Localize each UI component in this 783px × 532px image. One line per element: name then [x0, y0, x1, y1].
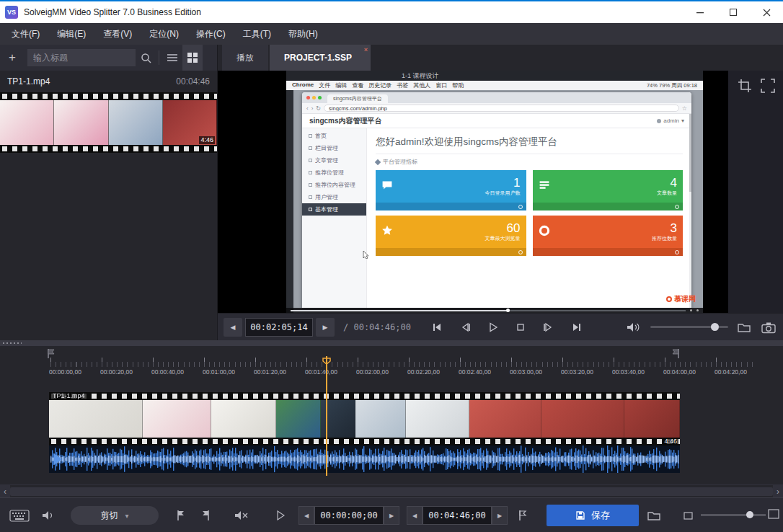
time-step-forward-button[interactable]: ▶ [316, 318, 335, 337]
scroll-left-button[interactable]: ‹ [0, 485, 10, 498]
forward-icon: › [311, 105, 314, 112]
keyboard-shortcuts-icon[interactable] [6, 507, 33, 524]
more-icon[interactable] [518, 250, 523, 254]
timeline-thumbnail[interactable] [469, 400, 541, 438]
timeline-thumbnail[interactable] [211, 400, 276, 438]
tab-playback[interactable]: 播放 [222, 45, 268, 71]
menu-item[interactable]: 帮助(H) [280, 23, 327, 45]
progress-knob[interactable] [506, 309, 510, 312]
browser-scrollbar[interactable] [689, 114, 691, 308]
save-button[interactable]: 保存 [547, 505, 639, 526]
panel-splitter[interactable] [0, 340, 783, 346]
timeline-thumbnail[interactable] [49, 400, 143, 438]
cms-sidebar-item[interactable]: 推荐位管理 [302, 167, 366, 179]
add-end-marker-icon[interactable] [196, 506, 215, 525]
close-button[interactable] [750, 1, 783, 23]
play-icon[interactable] [483, 318, 503, 337]
media-item-row[interactable]: TP1-1.mp4 00:04:46 [0, 72, 217, 91]
snapshot-camera-icon[interactable] [758, 318, 779, 337]
maximize-button[interactable] [717, 1, 750, 23]
clip-filmstrip[interactable]: 4:46 [0, 92, 217, 153]
tab-project[interactable]: PROJECT-1.SSP × [270, 45, 371, 71]
playhead[interactable] [326, 356, 327, 476]
timeline-hscrollbar[interactable]: ‹ › [0, 484, 783, 497]
menu-item[interactable]: 定位(N) [141, 23, 187, 45]
menu-item[interactable]: 工具(T) [234, 23, 280, 45]
cut-mode-dropdown[interactable]: 剪切 ▾ [71, 506, 159, 525]
more-icon[interactable] [675, 205, 679, 209]
tab-close-icon[interactable]: × [364, 46, 368, 53]
marker-icon[interactable] [513, 506, 532, 525]
volume-icon[interactable] [623, 318, 643, 337]
ruler-label: 00:01:00,00 [203, 368, 235, 376]
menu-item[interactable]: 查看(V) [94, 23, 141, 45]
current-time-field[interactable]: 00:02:05;14 [245, 318, 313, 337]
audio-tracks-icon[interactable] [37, 507, 58, 524]
zoom-out-thumbnails-icon[interactable] [682, 510, 694, 521]
mute-fragment-icon[interactable] [231, 506, 252, 525]
titlebar[interactable]: VS SolveigMM Video Splitter 7.0 Business… [0, 1, 783, 23]
cms-sidebar-item[interactable]: 推荐位内容管理 [302, 179, 366, 191]
thumbnail-zoom-slider[interactable] [701, 514, 766, 516]
frame-forward-icon[interactable] [538, 318, 558, 337]
scroll-right-button[interactable]: › [773, 485, 783, 498]
time-step-back-button[interactable]: ◀ [224, 318, 242, 337]
volume-slider[interactable] [650, 326, 728, 328]
more-icon[interactable] [675, 250, 679, 254]
progress-track[interactable] [291, 310, 686, 311]
playhead-handle[interactable] [322, 355, 331, 368]
timeline[interactable]: 00:00:00,0000:00:20,0000:00:40,0000:01:0… [0, 346, 783, 484]
thumbnail[interactable] [109, 100, 163, 145]
start-time-decrement-button[interactable]: ◀ [298, 506, 314, 525]
play-fragment-icon[interactable] [273, 506, 288, 525]
menu-item[interactable]: 编辑(E) [48, 23, 94, 45]
timeline-thumbnail[interactable] [406, 400, 469, 438]
timeline-thumbnail[interactable] [541, 400, 624, 438]
more-icon[interactable] [518, 205, 523, 209]
minimize-button[interactable] [684, 1, 717, 23]
end-time-field[interactable]: 00:04:46;00 [423, 506, 492, 525]
zoom-knob[interactable] [746, 511, 753, 518]
cms-sidebar-item[interactable]: 首页 [302, 130, 366, 142]
cms-sidebar-item[interactable]: 文章管理 [302, 154, 366, 167]
crop-icon[interactable] [737, 78, 753, 94]
zoom-in-thumbnails-icon[interactable] [767, 507, 780, 520]
hscroll-thumb[interactable] [10, 487, 773, 496]
open-folder-icon[interactable] [734, 318, 754, 337]
thumbnail[interactable] [0, 100, 54, 145]
timeline-thumbnail[interactable] [276, 400, 321, 438]
timeline-thumbnail[interactable] [143, 400, 211, 438]
timeline-thumbnail[interactable] [355, 400, 406, 438]
next-keyframe-icon[interactable] [567, 318, 587, 337]
video-preview[interactable]: 1-1 课程设计 Chrome文件编辑查看历史记录书签其他人窗口帮助 74% 7… [218, 71, 783, 313]
stat-card[interactable]: 3推荐位数量 [533, 216, 684, 256]
start-time-increment-button[interactable]: ▶ [384, 506, 399, 525]
menu-item[interactable]: 文件(F) [3, 23, 48, 45]
stat-card[interactable]: 4文章数量 [533, 170, 684, 210]
audio-waveform[interactable] [49, 445, 680, 473]
cms-sidebar-item[interactable]: 用户管理 [302, 191, 366, 203]
output-folder-icon[interactable] [643, 506, 665, 525]
start-time-field[interactable]: 00:00:00;00 [314, 506, 384, 525]
cms-sidebar-item[interactable]: 基本管理 [302, 203, 366, 216]
previous-keyframe-icon[interactable] [427, 318, 447, 337]
end-time-increment-button[interactable]: ▶ [492, 506, 508, 525]
grid-view-button[interactable] [182, 45, 203, 71]
fullscreen-icon[interactable] [760, 78, 776, 94]
stop-icon[interactable] [510, 318, 531, 337]
cms-sidebar-item[interactable]: 栏目管理 [302, 142, 366, 154]
add-start-marker-icon[interactable] [172, 506, 190, 525]
stat-card[interactable]: 60文章最大浏览量 [376, 216, 526, 256]
search-button[interactable] [136, 45, 156, 71]
menu-item[interactable]: 操作(C) [187, 23, 234, 45]
add-media-button[interactable]: + [0, 50, 25, 65]
list-view-button[interactable] [162, 45, 182, 71]
thumbnail[interactable] [54, 100, 108, 145]
end-time-decrement-button[interactable]: ◀ [407, 506, 423, 525]
stat-card[interactable]: 1今日登录用户数 [376, 170, 526, 210]
search-input[interactable] [27, 53, 136, 63]
timeline-track[interactable]: TP1-1.mp4 4:46 [49, 392, 680, 473]
volume-knob[interactable] [711, 323, 719, 331]
timeline-thumbnail[interactable] [624, 400, 680, 438]
frame-back-icon[interactable] [456, 318, 476, 337]
